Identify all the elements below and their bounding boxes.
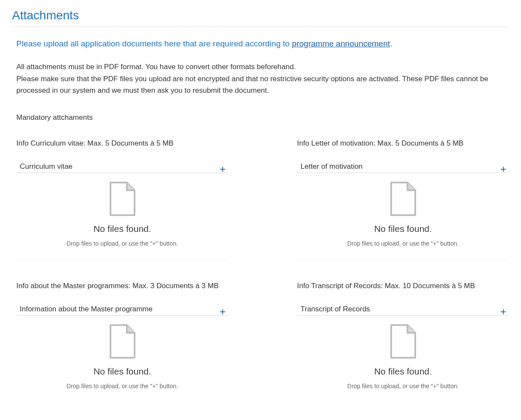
empty-text: No files found. [301, 366, 505, 377]
upload-header: Letter of motivation + [297, 161, 509, 173]
add-file-button[interactable]: + [500, 307, 509, 317]
upload-block-transcript: Info Transcript of Records: Max. 10 Docu… [297, 282, 509, 402]
instruction-suffix: . [390, 39, 392, 48]
upload-block-cv: Info Curriculum vitae: Max. 5 Documents … [16, 139, 228, 260]
upload-block-motivation: Info Letter of motivation: Max. 5 Docume… [297, 139, 509, 260]
dropzone[interactable]: No files found. Drop files to upload, or… [297, 316, 509, 402]
file-icon [109, 324, 136, 359]
add-file-button[interactable]: + [220, 307, 228, 317]
drop-hint: Drop files to upload, or use the "+" but… [301, 383, 505, 390]
programme-announcement-link[interactable]: programme announcement [292, 39, 390, 48]
add-file-button[interactable]: + [500, 164, 509, 174]
upload-title: Curriculum vitae [20, 162, 73, 171]
section-title: Attachments [12, 9, 509, 22]
paragraph-2: Please make sure that the PDF files you … [16, 73, 509, 96]
upload-info: Info Letter of motivation: Max. 5 Docume… [297, 139, 509, 148]
upload-info: Info Transcript of Records: Max. 10 Docu… [297, 282, 509, 290]
upload-title: Information about the Master programme [20, 305, 153, 313]
empty-text: No files found. [21, 224, 224, 234]
upload-header: Curriculum vitae + [16, 161, 228, 173]
add-file-button[interactable]: + [220, 164, 228, 174]
mandatory-heading: Mandatory attchaments [12, 113, 509, 122]
empty-text: No files found. [21, 366, 224, 377]
dropzone[interactable]: No files found. Drop files to upload, or… [297, 173, 509, 260]
body-text: All attachments must be in PDF format. Y… [12, 61, 509, 96]
upload-grid: Info Curriculum vitae: Max. 5 Documents … [12, 139, 509, 402]
drop-hint: Drop files to upload, or use the "+" but… [21, 240, 224, 247]
upload-title: Transcript of Records [300, 305, 370, 313]
file-icon [389, 324, 417, 359]
instruction-prefix: Please upload all application documents … [16, 39, 292, 48]
upload-info: Info Curriculum vitae: Max. 5 Documents … [16, 139, 228, 148]
instruction-line: Please upload all application documents … [12, 39, 509, 49]
upload-header: Transcript of Records + [297, 303, 509, 316]
divider [12, 27, 509, 27]
upload-header: Information about the Master programme + [16, 303, 228, 316]
upload-info: Info about the Master programmes: Max. 3… [16, 282, 228, 290]
paragraph-1: All attachments must be in PDF format. Y… [16, 61, 509, 73]
dropzone[interactable]: No files found. Drop files to upload, or… [16, 173, 228, 260]
empty-text: No files found. [301, 224, 505, 234]
dropzone[interactable]: No files found. Drop files to upload, or… [16, 316, 228, 402]
drop-hint: Drop files to upload, or use the "+" but… [21, 383, 224, 390]
drop-hint: Drop files to upload, or use the "+" but… [301, 240, 505, 247]
upload-title: Letter of motivation [300, 162, 363, 171]
file-icon [109, 182, 136, 217]
file-icon [389, 182, 417, 217]
upload-block-master-info: Info about the Master programmes: Max. 3… [16, 282, 228, 402]
